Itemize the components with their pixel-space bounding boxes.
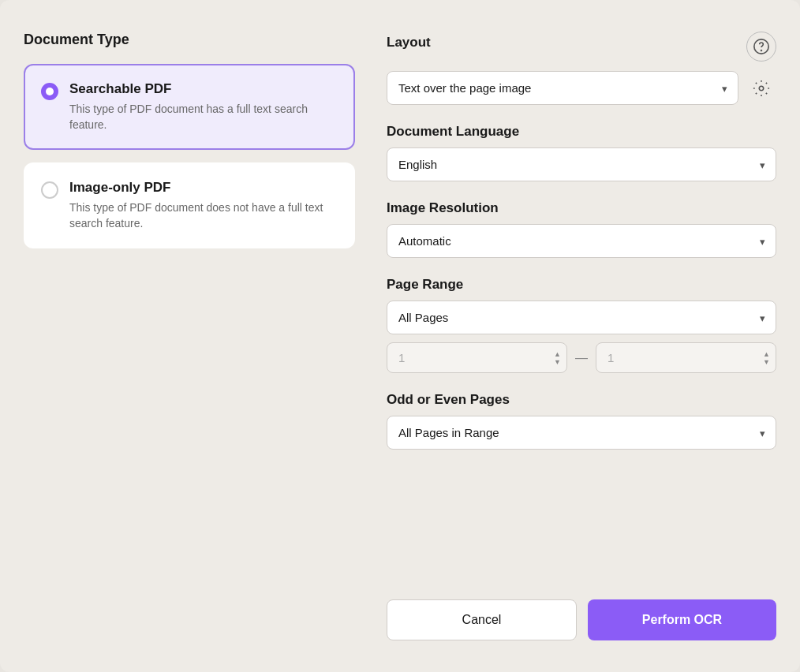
- perform-ocr-button[interactable]: Perform OCR: [588, 599, 776, 640]
- searchable-pdf-option[interactable]: Searchable PDF This type of PDF document…: [24, 64, 355, 150]
- image-only-pdf-text: Image-only PDF This type of PDF document…: [69, 180, 338, 231]
- page-range-label: Page Range: [387, 277, 776, 293]
- layout-select-wrapper: Text over the page image Text under the …: [387, 71, 738, 105]
- page-to-down[interactable]: ▼: [763, 358, 770, 365]
- section-title: Document Type: [24, 32, 355, 48]
- cancel-button[interactable]: Cancel: [387, 599, 577, 640]
- searchable-pdf-desc: This type of PDF document has a full tex…: [69, 102, 338, 133]
- layout-select[interactable]: Text over the page image Text under the …: [387, 71, 738, 105]
- image-only-pdf-name: Image-only PDF: [69, 180, 338, 196]
- page-range-inputs: ▲ ▼ — ▲ ▼: [387, 342, 776, 373]
- page-from-up[interactable]: ▲: [554, 350, 561, 357]
- svg-point-2: [759, 86, 764, 91]
- odd-even-group: Odd or Even Pages All Pages in Range Odd…: [387, 392, 776, 450]
- help-button[interactable]: [746, 32, 776, 62]
- page-range-select-wrapper: All Pages Custom Range ▾: [387, 301, 776, 334]
- radio-inner: [46, 88, 54, 95]
- page-from-down[interactable]: ▼: [554, 358, 561, 365]
- odd-even-select[interactable]: All Pages in Range Odd Pages Only Even P…: [387, 416, 776, 450]
- page-to-wrapper: ▲ ▼: [596, 342, 776, 373]
- page-from-wrapper: ▲ ▼: [387, 342, 567, 373]
- gear-button[interactable]: [746, 73, 776, 103]
- resolution-group: Image Resolution Automatic 72 dpi 150 dp…: [387, 200, 776, 258]
- resolution-select[interactable]: Automatic 72 dpi 150 dpi 300 dpi 600 dpi: [387, 224, 776, 258]
- page-range-group: Page Range All Pages Custom Range ▾ ▲ ▼ …: [387, 277, 776, 373]
- resolution-select-wrapper: Automatic 72 dpi 150 dpi 300 dpi 600 dpi…: [387, 224, 776, 258]
- image-only-radio: [41, 181, 58, 199]
- image-only-pdf-desc: This type of PDF document does not have …: [69, 200, 338, 231]
- bottom-buttons: Cancel Perform OCR: [387, 584, 776, 640]
- layout-row: Text over the page image Text under the …: [387, 71, 776, 105]
- language-select-wrapper: English French German Spanish Chinese ▾: [387, 147, 776, 181]
- question-icon: [753, 38, 770, 55]
- page-from-arrows: ▲ ▼: [554, 350, 561, 365]
- language-label: Document Language: [387, 124, 776, 140]
- image-only-pdf-option[interactable]: Image-only PDF This type of PDF document…: [24, 162, 355, 248]
- left-panel: Document Type Searchable PDF This type o…: [24, 32, 355, 640]
- page-to-up[interactable]: ▲: [763, 350, 770, 357]
- page-range-select[interactable]: All Pages Custom Range: [387, 301, 776, 334]
- layout-label: Layout: [387, 35, 431, 50]
- odd-even-select-wrapper: All Pages in Range Odd Pages Only Even P…: [387, 416, 776, 450]
- odd-even-label: Odd or Even Pages: [387, 392, 776, 408]
- searchable-pdf-text: Searchable PDF This type of PDF document…: [69, 81, 338, 133]
- layout-header: Layout: [387, 32, 776, 62]
- searchable-pdf-name: Searchable PDF: [69, 81, 338, 97]
- page-from-input[interactable]: [387, 342, 567, 373]
- layout-group: Layout Text over the page image Text und…: [387, 32, 776, 105]
- right-panel: Layout Text over the page image Text und…: [387, 32, 776, 640]
- page-to-input[interactable]: [596, 342, 776, 373]
- language-select[interactable]: English French German Spanish Chinese: [387, 147, 776, 181]
- resolution-label: Image Resolution: [387, 200, 776, 216]
- gear-icon: [753, 80, 770, 97]
- language-group: Document Language English French German …: [387, 124, 776, 181]
- dialog: Document Type Searchable PDF This type o…: [0, 0, 800, 672]
- range-dash: —: [575, 351, 588, 365]
- page-to-arrows: ▲ ▼: [763, 350, 770, 365]
- searchable-radio: [41, 83, 58, 100]
- svg-point-1: [761, 50, 762, 51]
